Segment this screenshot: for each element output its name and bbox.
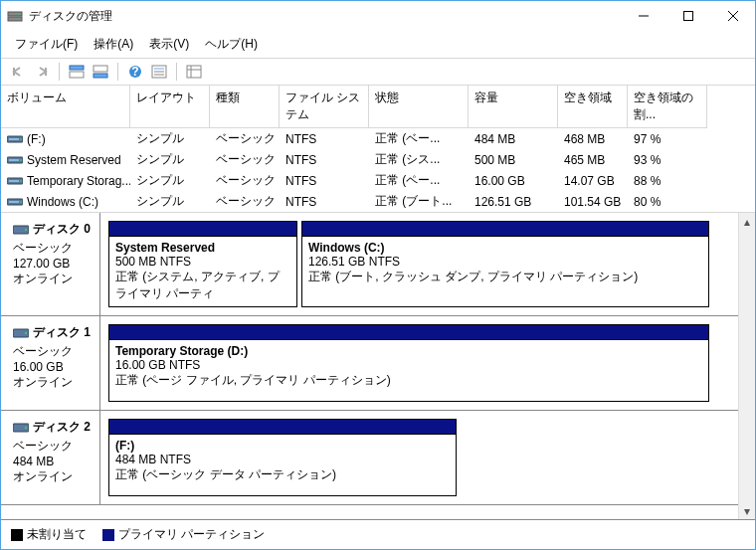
scroll-up-icon[interactable]: ▴	[739, 213, 755, 230]
back-button[interactable]	[7, 61, 29, 83]
col-layout[interactable]: レイアウト	[130, 86, 210, 128]
svg-point-36	[25, 332, 27, 334]
svg-rect-10	[94, 66, 107, 72]
disk-size: 16.00 GB	[13, 360, 94, 374]
view-top-button[interactable]	[66, 61, 88, 83]
menubar: ファイル(F) 操作(A) 表示(V) ヘルプ(H)	[1, 31, 755, 59]
maximize-button[interactable]	[665, 1, 710, 31]
window-title: ディスクの管理	[29, 8, 621, 25]
partition-size: 484 MB NTFS	[115, 453, 450, 466]
col-free[interactable]: 空き領域	[558, 86, 628, 128]
col-status[interactable]: 状態	[369, 86, 469, 128]
partition-size: 16.00 GB NTFS	[115, 358, 702, 372]
disk-row: ディスク 1ベーシック16.00 GBオンラインTemporary Storag…	[1, 316, 738, 411]
menu-help[interactable]: ヘルプ(H)	[197, 33, 266, 56]
disk-icon: ディスク 2	[13, 419, 94, 436]
list-header: ボリューム レイアウト 種類 ファイル システム 状態 容量 空き領域 空き領域…	[1, 86, 755, 128]
partition[interactable]: (F:)484 MB NTFS正常 (ベーシック データ パーティション)	[108, 419, 457, 496]
separator	[117, 63, 118, 81]
help-button[interactable]: ?	[124, 61, 146, 83]
partition-name: Temporary Storage (D:)	[115, 344, 702, 358]
partition[interactable]: Temporary Storage (D:)16.00 GB NTFS正常 (ペ…	[108, 324, 709, 402]
partition-name: Windows (C:)	[308, 241, 702, 255]
separator	[176, 63, 177, 81]
svg-rect-25	[9, 159, 19, 161]
app-icon	[7, 8, 23, 24]
svg-point-34	[25, 229, 27, 231]
svg-rect-31	[9, 201, 19, 203]
partition-status: 正常 (ブート, クラッシュ ダンプ, プライマリ パーティション)	[308, 269, 702, 285]
partition-name: (F:)	[115, 439, 450, 453]
svg-rect-22	[9, 138, 19, 140]
table-row[interactable]: System ReservedシンプルベーシックNTFS正常 (シス...500…	[1, 149, 755, 170]
partition-name: System Reserved	[115, 241, 290, 255]
legend-unallocated: 未割り当て	[11, 526, 87, 543]
disk-area: ディスク 0ベーシック127.00 GBオンラインSystem Reserved…	[1, 213, 755, 519]
svg-text:?: ?	[131, 65, 138, 79]
svg-point-29	[20, 180, 22, 182]
partition-status: 正常 (システム, アクティブ, プライマリ パーティ	[115, 269, 290, 302]
disk-icon: ディスク 1	[13, 324, 94, 341]
partition-size: 126.51 GB NTFS	[308, 255, 702, 269]
partition[interactable]: Windows (C:)126.51 GB NTFS正常 (ブート, クラッシュ…	[301, 221, 709, 307]
scrollbar[interactable]: ▴ ▾	[738, 213, 755, 519]
disk-icon: ディスク 0	[13, 221, 94, 238]
view-bottom-button[interactable]	[90, 61, 111, 83]
volume-name: (F:)	[27, 132, 46, 146]
menu-action[interactable]: 操作(A)	[86, 33, 141, 56]
svg-point-26	[20, 159, 22, 161]
close-button[interactable]	[710, 1, 755, 31]
properties-button[interactable]	[148, 61, 170, 83]
minimize-button[interactable]	[621, 1, 665, 31]
list-button[interactable]	[183, 61, 205, 83]
scroll-down-icon[interactable]: ▾	[739, 502, 755, 519]
legend-primary: プライマリ パーティション	[102, 526, 265, 543]
svg-rect-9	[70, 72, 84, 78]
forward-button[interactable]	[31, 61, 53, 83]
disk-state: オンライン	[13, 374, 94, 391]
menu-file[interactable]: ファイル(F)	[7, 33, 86, 56]
svg-point-3	[18, 18, 20, 20]
col-pct[interactable]: 空き領域の割...	[628, 86, 707, 128]
disk-type: ベーシック	[13, 343, 94, 360]
titlebar: ディスクの管理	[1, 1, 755, 31]
disk-row: ディスク 0ベーシック127.00 GBオンラインSystem Reserved…	[1, 213, 738, 316]
svg-rect-8	[70, 66, 84, 70]
toolbar: ?	[1, 59, 755, 86]
volume-name: Windows (C:)	[27, 195, 98, 209]
volume-name: Temporary Storag...	[27, 174, 130, 188]
disk-size: 484 MB	[13, 455, 94, 468]
col-capacity[interactable]: 容量	[469, 86, 558, 128]
svg-rect-28	[9, 180, 19, 182]
col-volume[interactable]: ボリューム	[1, 86, 130, 128]
svg-point-38	[25, 427, 27, 429]
disk-state: オンライン	[13, 468, 94, 485]
table-row[interactable]: Temporary Storag...シンプルベーシックNTFS正常 (ペー..…	[1, 170, 755, 191]
partition[interactable]: System Reserved500 MB NTFS正常 (システム, アクティ…	[108, 221, 297, 307]
menu-view[interactable]: 表示(V)	[141, 33, 197, 56]
svg-point-32	[20, 201, 22, 203]
svg-point-23	[20, 138, 22, 140]
table-row[interactable]: Windows (C:)シンプルベーシックNTFS正常 (ブート...126.5…	[1, 191, 755, 212]
svg-rect-5	[683, 12, 692, 21]
partition-status: 正常 (ベーシック データ パーティション)	[115, 466, 450, 483]
volume-list: ボリューム レイアウト 種類 ファイル システム 状態 容量 空き領域 空き領域…	[1, 86, 755, 213]
legend: 未割り当て プライマリ パーティション	[1, 519, 755, 549]
disk-row: ディスク 2ベーシック484 MBオンライン(F:)484 MB NTFS正常 …	[1, 411, 738, 505]
separator	[59, 63, 60, 81]
col-type[interactable]: 種類	[210, 86, 280, 128]
svg-rect-18	[187, 66, 201, 78]
window-controls	[621, 1, 755, 31]
disk-state: オンライン	[13, 271, 94, 287]
disk-type: ベーシック	[13, 240, 94, 257]
table-row[interactable]: (F:)シンプルベーシックNTFS正常 (ベー...484 MB468 MB97…	[1, 128, 755, 149]
partition-status: 正常 (ページ ファイル, プライマリ パーティション)	[115, 372, 702, 389]
volume-name: System Reserved	[27, 153, 121, 167]
svg-point-2	[18, 13, 20, 15]
partition-size: 500 MB NTFS	[115, 255, 290, 269]
disk-type: ベーシック	[13, 438, 94, 455]
col-fs[interactable]: ファイル システム	[280, 86, 369, 128]
svg-rect-11	[94, 74, 107, 78]
disk-size: 127.00 GB	[13, 257, 94, 271]
